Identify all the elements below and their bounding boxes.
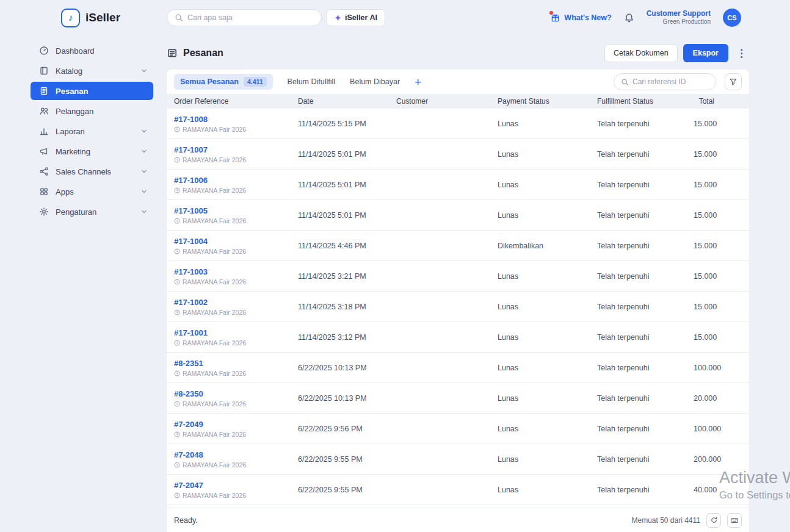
refresh-icon[interactable] bbox=[706, 513, 721, 528]
table-row[interactable]: #17-1008 RAMAYANA Fair 2026 11/14/2025 5… bbox=[167, 109, 749, 139]
account-menu[interactable]: Customer Support Green Production bbox=[647, 9, 711, 26]
order-total: 40.000 bbox=[686, 486, 749, 494]
sidebar-item-pelanggan[interactable]: Pelanggan bbox=[31, 102, 153, 120]
order-date: 11/14/2025 3:12 PM bbox=[291, 333, 389, 342]
filter-icon[interactable] bbox=[725, 73, 742, 90]
order-reference-link[interactable]: #17-1007 bbox=[174, 145, 208, 154]
event-icon bbox=[174, 309, 180, 315]
order-reference-link[interactable]: #17-1003 bbox=[174, 267, 208, 276]
table-row[interactable]: #8-2351 RAMAYANA Fair 2026 6/22/2025 10:… bbox=[167, 353, 749, 383]
sidebar-item-label: Pelanggan bbox=[56, 107, 93, 116]
global-search-input[interactable] bbox=[187, 13, 314, 22]
order-reference-link[interactable]: #17-1008 bbox=[174, 115, 208, 124]
marketing-icon bbox=[39, 146, 49, 156]
orders-icon bbox=[39, 86, 49, 96]
order-reference-link[interactable]: #17-1004 bbox=[174, 237, 208, 246]
orders-card: Semua Pesanan 4.411 Belum Difullfill Bel… bbox=[167, 70, 749, 532]
status-text: Ready. bbox=[174, 516, 198, 525]
table-row[interactable]: #7-2049 RAMAYANA Fair 2026 6/22/2025 9:5… bbox=[167, 414, 749, 444]
payment-status: Lunas bbox=[490, 364, 590, 372]
table-row[interactable]: #17-1001 RAMAYANA Fair 2026 11/14/2025 3… bbox=[167, 322, 749, 353]
chevron-down-icon bbox=[140, 168, 148, 175]
order-event-label: RAMAYANA Fair 2026 bbox=[183, 309, 246, 316]
order-date: 6/22/2025 10:13 PM bbox=[291, 394, 389, 403]
order-date: 11/14/2025 4:46 PM bbox=[291, 242, 389, 250]
tab-belum-dibayar[interactable]: Belum Dibayar bbox=[350, 77, 400, 86]
sidebar-item-dashboard[interactable]: Dashboard bbox=[31, 41, 153, 60]
event-icon bbox=[174, 157, 180, 163]
tab-belum-difullfill[interactable]: Belum Difullfill bbox=[288, 77, 336, 86]
sidebar-item-marketing[interactable]: Marketing bbox=[31, 142, 153, 160]
table-row[interactable]: #17-1003 RAMAYANA Fair 2026 11/14/2025 3… bbox=[167, 261, 749, 292]
reference-search[interactable] bbox=[614, 73, 716, 90]
order-reference-link[interactable]: #17-1005 bbox=[174, 206, 208, 215]
sidebar-item-sales-channels[interactable]: Sales Channels bbox=[31, 162, 153, 181]
account-name: Customer Support bbox=[647, 9, 711, 18]
order-reference-link[interactable]: #7-2047 bbox=[174, 481, 203, 490]
table-row[interactable]: #17-1002 RAMAYANA Fair 2026 11/14/2025 3… bbox=[167, 292, 749, 322]
topbar-right: What's New? Customer Support Green Produ… bbox=[551, 9, 790, 27]
topbar: ♪ iSeller ✦ iSeller AI What's New? Custo… bbox=[0, 0, 790, 35]
order-reference-link[interactable]: #7-2048 bbox=[174, 450, 203, 459]
column-header-customer[interactable]: Customer bbox=[389, 97, 490, 106]
payment-status: Lunas bbox=[490, 394, 590, 403]
order-total: 15.000 bbox=[686, 303, 749, 311]
sidebar-item-laporan[interactable]: Laporan bbox=[31, 122, 153, 140]
sidebar-item-pengaturan[interactable]: Pengaturan bbox=[31, 203, 153, 221]
iseller-ai-button[interactable]: ✦ iSeller AI bbox=[327, 9, 385, 26]
tabs-bar: Semua Pesanan 4.411 Belum Difullfill Bel… bbox=[167, 70, 749, 94]
table-row[interactable]: #17-1005 RAMAYANA Fair 2026 11/14/2025 5… bbox=[167, 200, 749, 231]
tab-label: Semua Pesanan bbox=[180, 77, 239, 86]
dashboard-icon bbox=[39, 46, 49, 56]
whats-new-link[interactable]: What's New? bbox=[551, 13, 611, 23]
sidebar-item-pesanan[interactable]: Pesanan bbox=[31, 82, 153, 100]
search-icon bbox=[621, 78, 629, 86]
notification-dot bbox=[549, 11, 553, 15]
order-reference-link[interactable]: #8-2350 bbox=[174, 389, 203, 398]
order-reference-link[interactable]: #8-2351 bbox=[174, 359, 203, 368]
table-row[interactable]: #17-1004 RAMAYANA Fair 2026 11/14/2025 4… bbox=[167, 231, 749, 261]
sidebar-item-katalog[interactable]: Katalog bbox=[31, 62, 153, 80]
catalog-icon bbox=[39, 66, 49, 76]
tab-semua-pesanan[interactable]: Semua Pesanan 4.411 bbox=[174, 74, 273, 90]
order-event-label: RAMAYANA Fair 2026 bbox=[183, 126, 246, 133]
brand: ♪ iSeller bbox=[0, 9, 167, 27]
chevron-down-icon bbox=[140, 188, 148, 195]
keyboard-icon[interactable] bbox=[727, 513, 742, 528]
print-documents-button[interactable]: Cetak Dokumen bbox=[604, 44, 678, 62]
sidebar: Dashboard Katalog Pesanan Pelanggan Lapo… bbox=[0, 35, 167, 532]
column-header-date[interactable]: Date bbox=[291, 97, 389, 106]
event-icon bbox=[174, 279, 180, 285]
order-reference-link[interactable]: #17-1006 bbox=[174, 176, 208, 185]
payment-status: Lunas bbox=[490, 303, 590, 311]
reference-search-input[interactable] bbox=[632, 77, 709, 86]
chevron-down-icon bbox=[140, 67, 148, 74]
more-options-icon[interactable]: ⋮ bbox=[734, 48, 749, 59]
order-date: 11/14/2025 3:21 PM bbox=[291, 272, 389, 281]
avatar[interactable]: CS bbox=[723, 9, 741, 27]
table-row[interactable]: #7-2048 RAMAYANA Fair 2026 6/22/2025 9:5… bbox=[167, 444, 749, 475]
payment-status: Lunas bbox=[490, 333, 590, 342]
sidebar-item-label: Sales Channels bbox=[56, 167, 111, 176]
order-reference-link[interactable]: #17-1001 bbox=[174, 328, 208, 337]
column-header-total[interactable]: Total bbox=[686, 97, 749, 106]
order-date: 11/14/2025 5:15 PM bbox=[291, 120, 389, 128]
add-tab-icon[interactable]: + bbox=[415, 76, 421, 88]
table-row[interactable]: #7-2047 RAMAYANA Fair 2026 6/22/2025 9:5… bbox=[167, 475, 749, 505]
table-row[interactable]: #17-1007 RAMAYANA Fair 2026 11/14/2025 5… bbox=[167, 139, 749, 170]
load-info: Memuat 50 dari 4411 bbox=[631, 516, 700, 525]
notifications-bell-icon[interactable] bbox=[624, 13, 634, 23]
order-date: 11/14/2025 5:01 PM bbox=[291, 181, 389, 189]
sidebar-item-apps[interactable]: Apps bbox=[31, 182, 153, 201]
export-button[interactable]: Ekspor bbox=[683, 44, 728, 62]
table-row[interactable]: #8-2350 RAMAYANA Fair 2026 6/22/2025 10:… bbox=[167, 383, 749, 414]
order-reference-link[interactable]: #17-1002 bbox=[174, 298, 208, 307]
order-reference-link[interactable]: #7-2049 bbox=[174, 420, 203, 429]
order-total: 15.000 bbox=[686, 150, 749, 159]
payment-status: Lunas bbox=[490, 211, 590, 220]
column-header-order-reference[interactable]: Order Reference bbox=[167, 97, 291, 106]
column-header-payment-status[interactable]: Payment Status bbox=[490, 97, 590, 106]
global-search[interactable] bbox=[167, 9, 322, 26]
column-header-fulfillment-status[interactable]: Fulfillment Status bbox=[590, 97, 686, 106]
table-row[interactable]: #17-1006 RAMAYANA Fair 2026 11/14/2025 5… bbox=[167, 170, 749, 200]
